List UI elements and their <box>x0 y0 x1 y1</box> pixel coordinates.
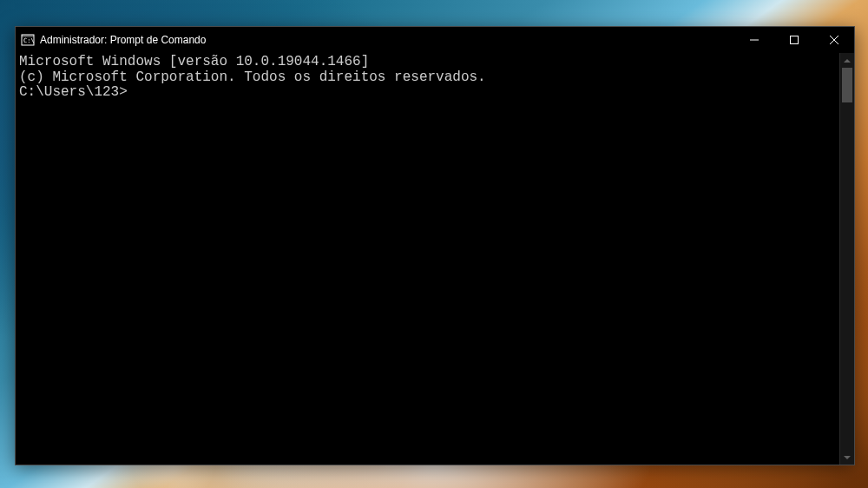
terminal-body: Microsoft Windows [versão 10.0.19044.146… <box>16 53 854 465</box>
window-title: Administrador: Prompt de Comando <box>40 34 206 46</box>
titlebar-left: C:\ Administrador: Prompt de Comando <box>16 33 206 47</box>
close-button[interactable] <box>814 27 854 53</box>
scroll-thumb[interactable] <box>842 68 852 102</box>
terminal-prompt-line: C:\Users\123> <box>19 85 836 101</box>
scroll-down-arrow-icon[interactable] <box>840 450 854 465</box>
scroll-track[interactable] <box>840 68 854 450</box>
minimize-button[interactable] <box>734 27 774 53</box>
scroll-up-arrow-icon[interactable] <box>840 53 854 68</box>
terminal-line-version: Microsoft Windows [versão 10.0.19044.146… <box>19 55 836 70</box>
svg-text:C:\: C:\ <box>23 37 35 44</box>
command-prompt-window: C:\ Administrador: Prompt de Comando <box>15 26 855 465</box>
terminal-line-copyright: (c) Microsoft Corporation. Todos os dire… <box>19 70 836 86</box>
svg-marker-8 <box>844 456 851 459</box>
terminal-cursor <box>128 86 135 100</box>
vertical-scrollbar[interactable] <box>839 53 854 465</box>
terminal-content[interactable]: Microsoft Windows [versão 10.0.19044.146… <box>16 53 839 465</box>
cmd-icon: C:\ <box>21 33 35 47</box>
terminal-prompt: C:\Users\123> <box>19 84 128 100</box>
svg-rect-4 <box>791 36 799 44</box>
maximize-button[interactable] <box>774 27 814 53</box>
window-titlebar[interactable]: C:\ Administrador: Prompt de Comando <box>16 27 854 53</box>
svg-marker-7 <box>844 59 851 63</box>
window-controls <box>734 27 854 53</box>
